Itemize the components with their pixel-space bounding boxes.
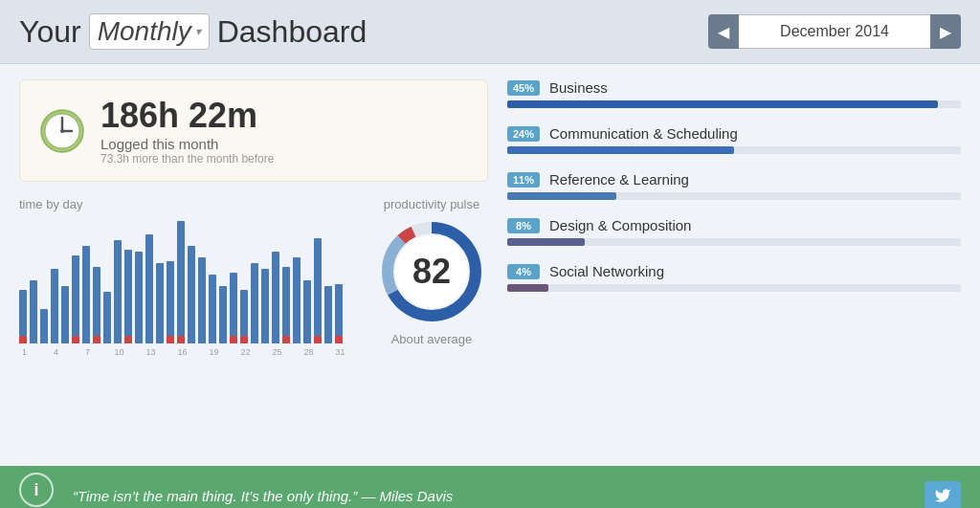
bar-segment-blue <box>240 290 248 336</box>
x-axis-label <box>198 347 209 357</box>
main-content: 186h 22m Logged this month 73.3h more th… <box>0 64 980 466</box>
x-axis-label: 7 <box>82 347 93 357</box>
category-name: Communication & Scheduling <box>549 125 738 142</box>
bar-group <box>335 284 343 343</box>
logged-label: Logged this month <box>100 136 274 152</box>
category-item: 4%Social Networking <box>507 263 961 292</box>
svg-point-4 <box>60 129 64 133</box>
category-item: 45%Business <box>507 79 961 108</box>
bar-group <box>40 309 48 343</box>
bar-group <box>314 238 322 343</box>
bar-segment-red <box>124 336 132 343</box>
x-axis-label: 4 <box>51 347 61 357</box>
category-item: 24%Communication & Scheduling <box>507 125 961 154</box>
monthly-selector[interactable]: Monthly ▾ <box>89 13 210 50</box>
x-axis-label <box>251 347 261 357</box>
stats-info: 186h 22m Logged this month 73.3h more th… <box>100 96 274 166</box>
bar-chart-label: time by day <box>19 197 345 211</box>
pulse-section: productivity pulse 82 <box>365 197 499 346</box>
bar-segment-blue <box>209 275 216 343</box>
twitter-share-button[interactable] <box>924 481 961 508</box>
bar-group <box>145 234 153 343</box>
prev-month-button[interactable]: ◀ <box>708 14 739 49</box>
bar-segment-red <box>314 336 322 343</box>
bar-segment-blue <box>124 250 132 336</box>
bar-group <box>188 246 195 343</box>
bar-segment-blue <box>51 269 58 343</box>
monthly-label: Monthly <box>98 16 191 47</box>
bar-group <box>230 273 237 343</box>
page-title: Your Monthly ▾ Dashboard <box>19 13 367 50</box>
category-bar-fill <box>507 284 548 292</box>
category-percent: 4% <box>507 264 540 279</box>
current-date: December 2014 <box>739 14 930 49</box>
category-header: 24%Communication & Scheduling <box>507 125 961 142</box>
bar-segment-blue <box>177 221 185 336</box>
bar-segment-blue <box>335 284 343 336</box>
twitter-icon <box>934 487 951 504</box>
pulse-avg: About average <box>365 332 499 346</box>
x-axis-label: 10 <box>114 347 124 357</box>
bar-group <box>303 280 311 343</box>
footer: i “Time isn’t the main thing. It’s the o… <box>0 466 980 508</box>
info-icon: i <box>19 473 54 507</box>
bar-segment-blue <box>198 257 206 343</box>
chevron-down-icon: ▾ <box>195 25 201 38</box>
category-bar-fill <box>507 192 616 200</box>
category-bar-fill <box>507 100 938 108</box>
bar-group <box>209 275 216 343</box>
stats-box: 186h 22m Logged this month 73.3h more th… <box>19 79 488 182</box>
bar-group <box>19 290 27 343</box>
bar-group <box>51 269 58 343</box>
pulse-label: productivity pulse <box>365 197 499 211</box>
x-axis-label <box>61 347 72 357</box>
date-navigation: ◀ December 2014 ▶ <box>708 14 961 49</box>
bar-group <box>124 250 132 343</box>
bar-group <box>82 246 90 343</box>
bar-segment-blue <box>219 286 227 343</box>
category-name: Business <box>549 79 608 96</box>
bar-group <box>198 257 206 343</box>
bar-group <box>324 286 332 343</box>
x-axis-label <box>261 347 272 357</box>
x-axis-label <box>188 347 198 357</box>
x-axis-label: 19 <box>209 347 219 357</box>
bar-segment-blue <box>293 257 301 343</box>
x-axis-label: 16 <box>177 347 188 357</box>
category-percent: 45% <box>507 80 540 96</box>
x-axis-label <box>324 347 335 357</box>
x-axis-label <box>135 347 145 357</box>
category-bar-fill <box>507 238 585 246</box>
bar-group <box>293 257 301 343</box>
right-panel: 45%Business24%Communication & Scheduling… <box>507 79 961 451</box>
category-header: 8%Design & Composition <box>507 217 961 233</box>
bar-segment-red <box>240 336 248 343</box>
category-bar-background <box>507 238 961 246</box>
bar-segment-blue <box>103 292 111 343</box>
bar-segment-blue <box>324 286 332 343</box>
bar-group <box>93 267 100 343</box>
x-axis-label: 28 <box>303 347 314 357</box>
x-axis-label <box>167 347 177 357</box>
header: Your Monthly ▾ Dashboard ◀ December 2014… <box>0 0 980 64</box>
bar-segment-blue <box>282 267 290 336</box>
category-bar-background <box>507 284 961 292</box>
x-axis-label: 22 <box>240 347 251 357</box>
x-axis-label <box>93 347 103 357</box>
bar-segment-blue <box>188 246 195 343</box>
category-percent: 11% <box>507 172 540 188</box>
clock-icon <box>39 108 85 154</box>
x-axis-label: 31 <box>335 347 345 357</box>
bar-segment-blue <box>261 269 269 343</box>
bar-chart <box>19 219 345 343</box>
bar-group <box>282 267 290 343</box>
next-month-button[interactable]: ▶ <box>930 14 961 49</box>
bar-segment-blue <box>19 290 27 336</box>
category-percent: 24% <box>507 126 540 142</box>
bar-group <box>156 263 164 343</box>
category-header: 4%Social Networking <box>507 263 961 279</box>
x-axis-label <box>72 347 82 357</box>
category-bar-background <box>507 100 961 108</box>
bar-group <box>240 290 248 343</box>
bar-group <box>30 280 37 343</box>
